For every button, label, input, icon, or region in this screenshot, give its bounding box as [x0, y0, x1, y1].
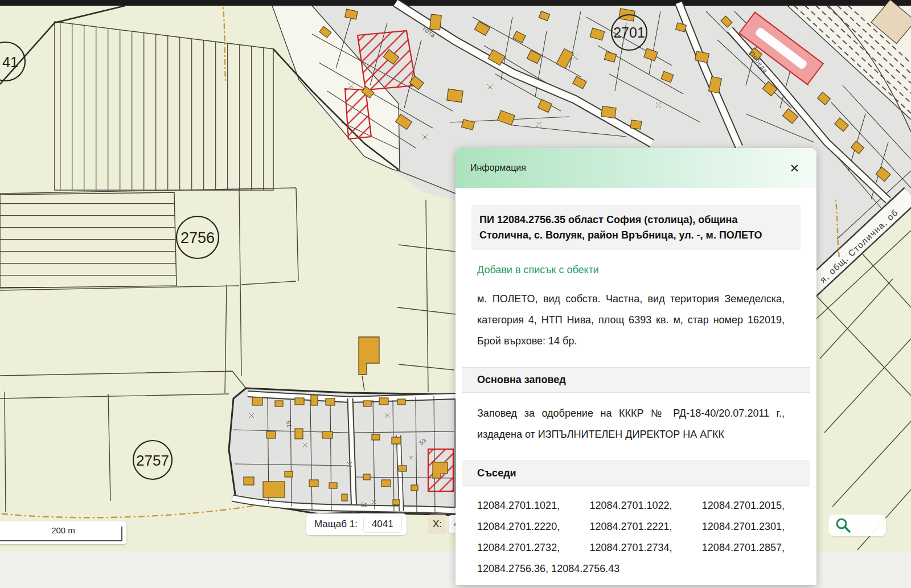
parcel-label-2756[interactable]: 2756: [180, 229, 215, 246]
panel-title: Информация: [470, 163, 526, 173]
selected-parcel[interactable]: [428, 449, 453, 491]
parcel-label-41[interactable]: 41: [2, 54, 18, 70]
scale-value-input[interactable]: 4041: [363, 516, 402, 533]
add-to-list-link[interactable]: Добави в списък с обекти: [477, 264, 599, 276]
section-heading-order: Основна заповед: [462, 367, 810, 393]
section-heading-neighbors: Съседи: [462, 460, 810, 486]
scale-bar-label: 200 m: [0, 525, 126, 535]
object-description: м. ПОЛЕТО, вид собств. Частна, вид терит…: [477, 289, 785, 352]
parcel-label-2701[interactable]: 2701: [613, 24, 645, 40]
scale-label: Мащаб 1:: [314, 519, 358, 530]
neighbors-list: 12084.2701.1021, 12084.2701.1022, 12084.…: [477, 495, 785, 579]
parcel-label-2757[interactable]: 2757: [136, 452, 169, 469]
info-panel-header: Информация ✕: [456, 148, 816, 188]
info-panel-body: ПИ 12084.2756.35 област София (столица),…: [456, 188, 816, 585]
search-icon: [835, 517, 852, 534]
scale-widget: Мащаб 1: 4041: [306, 513, 407, 535]
x-coordinate-label: X:: [428, 515, 446, 534]
scale-bar: 200 m: [0, 521, 126, 544]
street-number-51: 51: [361, 501, 368, 508]
object-title: ПИ 12084.2756.35 област София (столица),…: [471, 205, 801, 250]
close-icon[interactable]: ✕: [787, 160, 802, 176]
search-button[interactable]: [828, 515, 886, 536]
top-dark-strip: [0, 0, 911, 6]
order-text: Заповед за одобрение на КККР № РД-18-40/…: [477, 403, 785, 445]
strip-fields-horizontal: [0, 192, 177, 288]
info-panel: Информация ✕ ПИ 12084.2756.35 област Соф…: [456, 148, 816, 585]
strip-fields-vertical: [55, 22, 273, 190]
